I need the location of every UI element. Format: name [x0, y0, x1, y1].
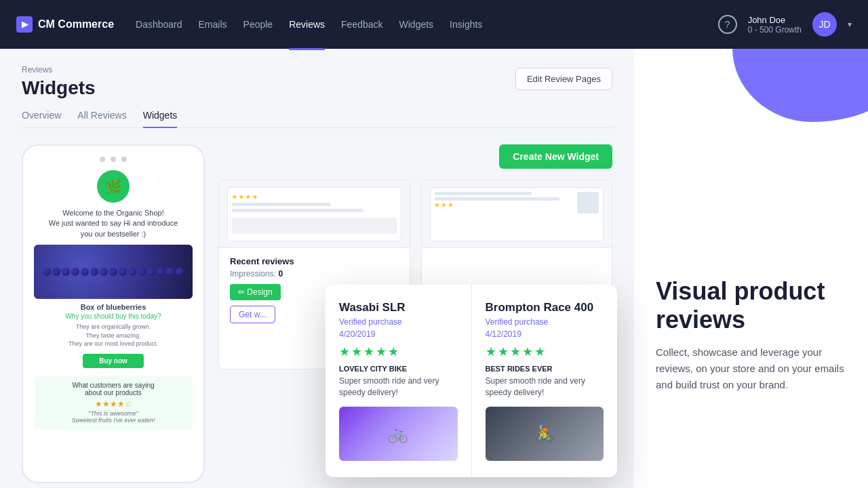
phone-dot-1	[100, 157, 105, 162]
branding-title: Visual product reviews	[656, 277, 846, 333]
product-name: Box of blueberries	[34, 303, 193, 311]
widget-card-1-impressions: Impressions: 0	[230, 269, 399, 279]
branding-content: Visual product reviews Collect, showcase…	[656, 277, 846, 393]
widget-preview-1	[227, 187, 401, 241]
branding-description: Collect, showcase and leverage your revi…	[656, 344, 846, 393]
popup-image-1: 🚲	[339, 407, 458, 461]
phone-dot-3	[121, 157, 127, 162]
bike-icon-1: 🚲	[388, 424, 408, 443]
logo: ▶ CM Commerce	[16, 16, 114, 33]
nav-feedback[interactable]: Feedback	[341, 16, 382, 33]
main-layout: Reviews Widgets Edit Review Pages Overvi…	[0, 49, 868, 488]
preview-star-3	[245, 195, 251, 200]
preview-line-4	[435, 197, 559, 201]
get-widget-button-1[interactable]: Get w...	[230, 306, 275, 323]
popup-date-2: 4/12/2019	[486, 329, 604, 339]
phone-reviews-section: What customers are saying about our prod…	[34, 376, 193, 429]
tabs: Overview All Reviews Widgets	[22, 110, 612, 128]
preview-image-placeholder	[232, 218, 397, 234]
popup-image-2-bg: 🚴	[486, 407, 604, 461]
popup-date-1: 4/20/2019	[339, 329, 458, 339]
dropdown-icon[interactable]: ▾	[848, 20, 852, 29]
popup-image-2: 🚴	[486, 407, 604, 461]
widget-card-1-title: Recent reviews	[230, 256, 399, 266]
phone-content: 🌿 Welcome to the Organic Shop!We just wa…	[34, 170, 193, 429]
user-name: John Doe	[748, 15, 802, 25]
nav-dashboard[interactable]: Dashboard	[136, 16, 182, 33]
blueberry-background	[34, 245, 193, 299]
popup-review-title-2: BEST RIDES EVER	[486, 365, 604, 373]
popup-review-text-2: Super smooth ride and very speedy delive…	[486, 375, 604, 399]
nav-right: ? John Doe 0 - 500 Growth JD ▾	[718, 12, 852, 37]
bike-icon-2: 🚴	[534, 424, 555, 443]
phone-stars: ★★★★☆	[39, 399, 187, 409]
nav-people[interactable]: People	[243, 16, 273, 33]
nav-links: Dashboard Emails People Reviews Feedback…	[136, 16, 696, 33]
preview-line-2	[232, 209, 363, 212]
preview-star-1	[232, 195, 237, 200]
phone-review-quote: "This is awesome"	[39, 410, 187, 417]
phone-status-bar	[34, 157, 193, 162]
tab-overview[interactable]: Overview	[22, 110, 61, 127]
avatar[interactable]: JD	[812, 12, 837, 37]
buy-now-button[interactable]: Buy now	[83, 354, 144, 368]
preview-stars-2	[435, 203, 574, 208]
logo-icon: ▶	[16, 16, 33, 33]
popup-product-2-title: Brompton Race 400	[486, 301, 604, 314]
product-reason: Why you should buy this today?	[34, 312, 193, 320]
create-new-widget-button[interactable]: Create New Widget	[499, 144, 612, 169]
user-info: John Doe 0 - 500 Growth	[748, 15, 802, 35]
help-icon[interactable]: ?	[718, 15, 737, 34]
preview-star-2	[239, 195, 244, 200]
user-plan: 0 - 500 Growth	[748, 25, 802, 35]
nav-reviews[interactable]: Reviews	[289, 16, 325, 33]
logo-text: CM Commerce	[38, 18, 114, 30]
preview-line-3	[435, 192, 532, 195]
nav-insights[interactable]: Insights	[450, 16, 482, 33]
navbar: ▶ CM Commerce Dashboard Emails People Re…	[0, 0, 868, 49]
popup-card-2: Brompton Race 400 Verified purchase 4/12…	[472, 285, 618, 477]
preview-star-4	[252, 195, 258, 200]
product-desc: They are organically grown. They taste a…	[34, 323, 193, 348]
popup-stars-2: ★★★★★	[486, 344, 604, 359]
nav-widgets[interactable]: Widgets	[399, 16, 434, 33]
popup-review-text-1: Super smooth ride and very speedy delive…	[339, 375, 458, 399]
main-content: Reviews Widgets Edit Review Pages Overvi…	[0, 49, 634, 488]
product-image	[34, 245, 193, 299]
preview-line-1	[232, 203, 331, 206]
phone-dot-2	[111, 157, 116, 162]
popup-card-1: Wasabi SLR Verified purchase 4/20/2019 ★…	[326, 285, 472, 477]
popup-image-1-bg: 🚲	[339, 407, 458, 461]
preview-stars	[232, 195, 397, 200]
edit-review-pages-button[interactable]: Edit Review Pages	[515, 68, 612, 90]
shop-welcome: Welcome to the Organic Shop!We just want…	[34, 208, 193, 239]
review-overlay-popup: Wasabi SLR Verified purchase 4/20/2019 ★…	[326, 285, 617, 477]
branding-area: Visual product reviews Collect, showcase…	[634, 0, 868, 488]
popup-review-title-1: LOVELY CITY BIKE	[339, 365, 458, 373]
preview-thumb	[577, 192, 599, 214]
tab-widgets[interactable]: Widgets	[143, 110, 178, 127]
popup-product-1-title: Wasabi SLR	[339, 301, 458, 314]
phone-mockup: 🌿 Welcome to the Organic Shop!We just wa…	[22, 144, 205, 483]
tab-all-reviews[interactable]: All Reviews	[77, 110, 126, 127]
popup-verified-2: Verified purchase	[486, 317, 604, 327]
phone-review-sub: Sweetest fruits I've ever eaten!	[39, 417, 187, 424]
widget-card-2-header	[422, 180, 612, 248]
design-button-1[interactable]: ✏ Design	[230, 284, 281, 300]
popup-verified-1: Verified purchase	[339, 317, 458, 327]
widget-card-1-header	[219, 180, 410, 248]
popup-stars-1: ★★★★★	[339, 344, 458, 359]
widget-card-1-count: 0	[278, 269, 283, 279]
phone-reviews-title: What customers are saying about our prod…	[39, 382, 187, 396]
shop-logo: 🌿	[97, 170, 130, 203]
widget-preview-2	[430, 187, 604, 241]
nav-emails[interactable]: Emails	[199, 16, 227, 33]
